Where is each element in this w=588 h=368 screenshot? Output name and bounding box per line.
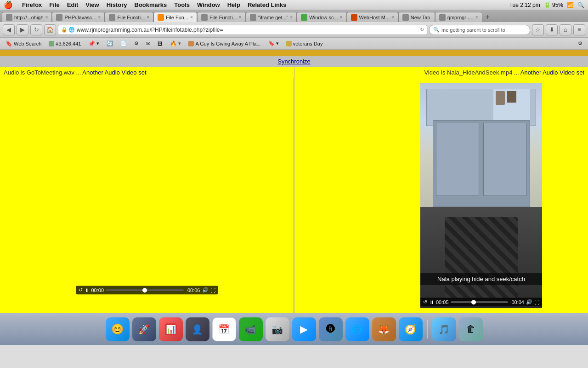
audio-controls[interactable]: ↺ ⏸ 00:00 -00:06 🔊 ⛶ — [76, 286, 218, 294]
menu-window[interactable]: Window — [193, 1, 224, 8]
search-bar[interactable]: 🔍 me getting parent to scroll to — [429, 25, 530, 35]
tab-close-7[interactable]: × — [340, 15, 343, 20]
tab-close-1[interactable]: × — [45, 15, 48, 20]
kitchen-bg — [420, 83, 542, 207]
dock-chrome[interactable]: 🌐 — [345, 317, 369, 341]
audio-restart-btn[interactable]: ↺ — [79, 287, 83, 293]
tab-close-3[interactable]: × — [147, 15, 149, 20]
bookmark-star-button[interactable]: ☆ — [532, 24, 544, 35]
video-panel: Nala playing hide and seek/catch ↺ ⏸ 00:… — [294, 78, 588, 313]
video-progress-bar[interactable] — [451, 301, 508, 303]
battery-icon: 🔋 95% — [544, 2, 563, 8]
bookmark-item-8[interactable]: 🖼 — [156, 41, 164, 46]
video-fullscreen-btn[interactable]: ⛶ — [534, 299, 539, 305]
bookmark-item-10[interactable]: 🔖 ▾ — [266, 40, 281, 46]
audio-progress-bar[interactable] — [106, 289, 184, 291]
bookmark-item-5[interactable]: 📄 — [119, 40, 129, 46]
video-another-link[interactable]: Another Audio Video set — [520, 69, 584, 76]
bookmark-item-1[interactable]: 🔖 Web Search — [4, 40, 43, 47]
dock-appstore[interactable]: 🅐 — [319, 317, 343, 341]
url-globe-icon: 🌐 — [68, 27, 75, 33]
bookmark-item-7[interactable]: ✉ — [144, 40, 152, 46]
sync-link[interactable]: Synchronize — [277, 58, 311, 65]
tab-2[interactable]: PHP/Javasc... × — [52, 12, 105, 22]
forward-button[interactable]: ▶ — [17, 24, 28, 35]
menu-edit[interactable]: Edit — [63, 1, 82, 8]
tab-title-2: PHP/Javasc... — [64, 15, 96, 20]
url-bar-icons: 🔒 🌐 — [61, 27, 75, 33]
media-panels: ↺ ⏸ 00:00 -00:06 🔊 ⛶ — [0, 78, 588, 313]
bookmark-item-9[interactable]: A Guy Is Giving Away A Pla... — [187, 41, 262, 46]
bookmark-item-3[interactable]: 📌 ▾ — [86, 40, 101, 47]
audio-pause-btn[interactable]: ⏸ — [85, 288, 90, 293]
bookmark-item-11[interactable]: veterans Day — [284, 41, 325, 46]
audio-volume-btn[interactable]: 🔊 — [202, 287, 209, 293]
tab-5[interactable]: File Functi... × — [197, 12, 246, 22]
menu-help[interactable]: Help — [224, 1, 244, 8]
video-restart-btn[interactable]: ↺ — [423, 299, 427, 305]
menu-firefox[interactable]: Firefox — [18, 1, 45, 8]
menu-history[interactable]: History — [103, 1, 131, 8]
menu-tools[interactable]: Tools — [170, 1, 193, 8]
tab-close-4[interactable]: × — [190, 15, 193, 20]
new-tab-button[interactable]: + — [482, 12, 493, 22]
menu-related-links[interactable]: Related Links — [244, 1, 290, 8]
dock: 😊 🚀 📊 👤 📅 📹 📷 ▶ 🅐 🌐 🦊 🧭 🎵 🗑 — [0, 313, 588, 345]
tab-4-active[interactable]: File Fun... × — [153, 12, 197, 22]
audio-fullscreen-btn[interactable]: ⛶ — [210, 288, 215, 293]
dock-calendar[interactable]: 📅 — [212, 317, 236, 341]
bookmark-item-fire[interactable]: 🔥 ▾ — [168, 40, 183, 47]
tab-3[interactable]: File Functi... × — [105, 12, 153, 22]
apple-menu[interactable]: 🍎 — [4, 0, 13, 9]
bookmark-item-4[interactable]: 🔄 — [105, 40, 115, 46]
tab-favicon-3 — [109, 14, 115, 21]
tab-favicon-10 — [439, 14, 446, 21]
video-progress-thumb — [471, 300, 476, 305]
reload-small-icon[interactable]: ↻ — [420, 27, 424, 33]
dock-facetime[interactable]: 📹 — [239, 317, 263, 341]
tab-9[interactable]: New Tab — [398, 12, 435, 22]
video-time-current: 00:05 — [436, 299, 449, 305]
home-button[interactable]: 🏠 — [44, 24, 56, 35]
bookmark-gear[interactable]: ⚙ — [576, 40, 584, 46]
home2-button[interactable]: ⌂ — [560, 24, 571, 35]
dock-launchpad[interactable]: 🚀 — [132, 317, 156, 341]
search-icon[interactable]: 🔍 — [577, 2, 584, 8]
tab-1[interactable]: http://...ohigh × — [2, 12, 52, 22]
menu-view[interactable]: View — [82, 1, 102, 8]
tab-title-5: File Functi... — [209, 15, 237, 20]
dock-firefox[interactable]: 🦊 — [372, 317, 396, 341]
video-pause-btn[interactable]: ⏸ — [429, 299, 434, 305]
dock-safari[interactable]: 🧭 — [399, 317, 423, 341]
tab-close-10[interactable]: × — [475, 15, 478, 20]
menu-bookmarks[interactable]: Bookmarks — [131, 1, 171, 8]
tab-close-5[interactable]: × — [239, 15, 242, 20]
downloads-button[interactable]: ⬇ — [546, 24, 558, 35]
video-volume-btn[interactable]: 🔊 — [526, 299, 532, 305]
bookmark-item-2[interactable]: #3,626,441 — [47, 41, 83, 46]
bookmark-favicon-9 — [188, 41, 194, 46]
dock-finder[interactable]: 😊 — [106, 317, 130, 341]
dock-activity[interactable]: 📊 — [159, 317, 183, 341]
tab-8[interactable]: WebHost M... × — [347, 12, 398, 22]
video-controls[interactable]: ↺ ⏸ 00:05 -00:04 🔊 ⛶ — [420, 298, 542, 306]
dock-quicktime[interactable]: ▶ — [292, 317, 316, 341]
tab-close-2[interactable]: × — [98, 15, 101, 20]
dock-trash[interactable]: 🗑 — [459, 317, 483, 341]
menu-file[interactable]: File — [45, 1, 63, 8]
tab-7[interactable]: Window sc... × — [297, 12, 346, 22]
settings-button[interactable]: ≡ — [573, 24, 585, 35]
reload-button[interactable]: ↻ — [30, 24, 42, 35]
audio-another-link[interactable]: Another Audio Video set — [82, 69, 146, 76]
tab-10[interactable]: rjmprogr -... × — [435, 12, 482, 22]
back-button[interactable]: ◀ — [3, 24, 15, 35]
url-bar[interactable]: 🔒 🌐 www.rjmprogramming.com.au/PHP/filein… — [58, 25, 427, 35]
dock-contacts[interactable]: 👤 — [186, 317, 209, 341]
tab-title-4: File Fun... — [166, 15, 188, 20]
tab-6[interactable]: "iframe get..." × — [246, 12, 297, 22]
bookmark-item-6[interactable]: ⚙ — [132, 40, 141, 46]
dock-camera[interactable]: 📷 — [266, 317, 289, 341]
tab-close-6[interactable]: × — [290, 15, 293, 20]
dock-itunes[interactable]: 🎵 — [432, 317, 456, 341]
tab-close-8[interactable]: × — [391, 15, 394, 20]
